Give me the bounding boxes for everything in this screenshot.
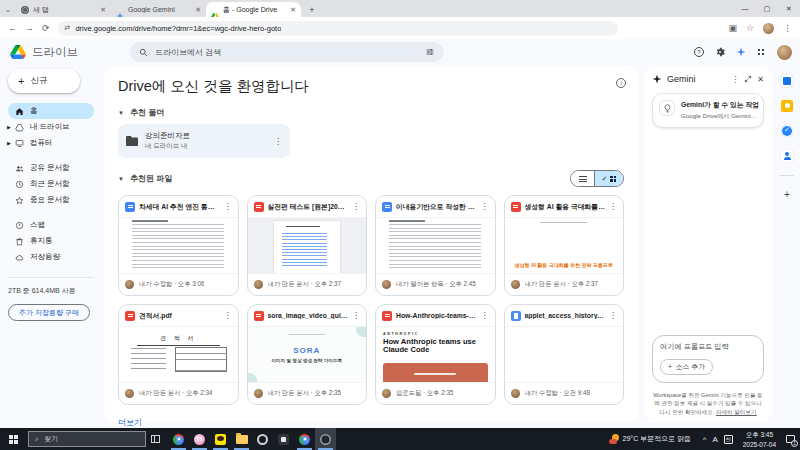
task-view-button[interactable] bbox=[146, 428, 164, 450]
sidebar-item[interactable]: 공유 문서함 bbox=[8, 160, 94, 176]
file-card[interactable]: How-Anthropic-teams-use-Clau...⋮ANTHROPI… bbox=[375, 304, 496, 405]
more-options-icon[interactable]: ⋮ bbox=[352, 202, 360, 211]
refresh-icon[interactable]: ⟳ bbox=[42, 23, 50, 33]
taskbar-clock[interactable]: 오후 3:45 2025-07-04 bbox=[739, 431, 780, 448]
grid-view-button[interactable]: ✓ bbox=[595, 171, 623, 186]
drive-logo[interactable]: 드라이브 bbox=[0, 45, 104, 60]
sidebar-item[interactable]: ▶컴퓨터 bbox=[8, 135, 94, 151]
more-options-icon[interactable]: ⋮ bbox=[609, 311, 617, 320]
minimize-icon[interactable]: — bbox=[734, 0, 756, 17]
url-bar[interactable]: ⇄ drive.google.com/drive/home?dmr=1&ec=w… bbox=[58, 21, 618, 36]
browser-tab[interactable]: 새 탭✕ bbox=[16, 2, 111, 17]
taskbar-app-circle[interactable] bbox=[315, 428, 336, 450]
taskbar-app-folder[interactable] bbox=[231, 428, 252, 450]
sidebar-item[interactable]: ▶내 드라이브 bbox=[8, 119, 94, 135]
new-tab-button[interactable]: + bbox=[305, 3, 319, 17]
taskbar-search-box[interactable]: ⌕ 찾기 bbox=[28, 431, 146, 447]
more-options-icon[interactable]: ⋮ bbox=[609, 202, 617, 211]
tab-close-icon[interactable]: ✕ bbox=[195, 6, 201, 14]
suggested-folders-header[interactable]: ▼ 추천 폴더 bbox=[118, 107, 624, 118]
sidebar-item-label: 컴퓨터 bbox=[30, 138, 53, 148]
file-card[interactable]: 차세대 AI 추천 엔진 통합 프로젝트 주...⋮내가 수정함 · 오후 3:… bbox=[118, 195, 239, 296]
forward-icon[interactable]: → bbox=[25, 23, 34, 33]
add-addon-icon[interactable]: + bbox=[784, 189, 790, 200]
taskbar-app-dark[interactable] bbox=[273, 428, 294, 450]
buy-storage-button[interactable]: 추가 저장용량 구매 bbox=[8, 304, 90, 321]
start-button[interactable] bbox=[0, 428, 26, 450]
more-options-icon[interactable]: ⋮ bbox=[274, 137, 282, 146]
add-source-button[interactable]: + 소스 추가 bbox=[660, 359, 713, 375]
suggested-files-toggle[interactable]: ▼ 추천된 파일 bbox=[118, 173, 172, 184]
file-card[interactable]: 실전편 테스트 [원본]2025_04_24 ...⋮내가 만든 문서 · 오후… bbox=[247, 195, 368, 296]
file-card[interactable]: applet_access_history.json⋮내가 수정함 · 오전 9… bbox=[504, 304, 625, 405]
calendar-icon[interactable] bbox=[781, 75, 793, 87]
new-button[interactable]: + 신규 bbox=[8, 69, 80, 93]
site-info-icon[interactable]: ⇄ bbox=[65, 24, 71, 32]
expand-caret-icon[interactable]: ▶ bbox=[7, 140, 11, 146]
close-icon[interactable]: ✕ bbox=[778, 0, 800, 17]
list-view-button[interactable] bbox=[571, 171, 595, 186]
keep-icon[interactable] bbox=[781, 100, 793, 112]
plus-icon: + bbox=[668, 363, 672, 370]
drive-search-bar[interactable]: 드라이브에서 검색 bbox=[130, 42, 444, 62]
sidebar-item[interactable]: 홈 bbox=[8, 103, 94, 119]
sidebar-item[interactable]: 최근 문서함 bbox=[8, 176, 94, 192]
expand-icon[interactable] bbox=[744, 75, 752, 83]
file-title: 실전편 테스트 [원본]2025_04_24 ... bbox=[268, 202, 349, 212]
contacts-icon[interactable] bbox=[781, 150, 793, 162]
browser-profile-avatar[interactable] bbox=[763, 23, 774, 34]
tab-search-chevron-icon[interactable]: ⌄ bbox=[0, 3, 16, 17]
more-options-icon[interactable]: ⋮ bbox=[352, 311, 360, 320]
bookmark-star-icon[interactable]: ☆ bbox=[746, 23, 754, 33]
file-card-header: 견적서.pdf⋮ bbox=[119, 305, 238, 326]
gemini-sparkle-icon[interactable] bbox=[736, 47, 746, 57]
taskbar-app-chrome[interactable] bbox=[168, 428, 189, 450]
folder-card[interactable]: 강의준비자료 내 드라이브 내 ⋮ bbox=[118, 124, 290, 158]
file-card[interactable]: sora_image_video_guidebook.pdf⋮SORA이미지 및… bbox=[247, 304, 368, 405]
taskbar-app-gear[interactable] bbox=[252, 428, 273, 450]
settings-gear-icon[interactable] bbox=[715, 47, 725, 57]
more-options-icon[interactable]: ⋮ bbox=[481, 202, 489, 211]
tab-close-icon[interactable]: ✕ bbox=[100, 6, 106, 14]
gemini-suggestion-card[interactable]: Gemini가 할 수 있는 작업 Google Drive에서 Gemini가… bbox=[652, 93, 764, 128]
show-more-link[interactable]: 더보기 bbox=[118, 417, 624, 428]
taskbar-app-chrome2[interactable] bbox=[294, 428, 315, 450]
taskbar-app-kakao[interactable] bbox=[210, 428, 231, 450]
gemini-menu-icon[interactable]: ⋮ bbox=[731, 75, 739, 84]
close-icon[interactable]: ✕ bbox=[757, 75, 764, 84]
hidden-icons-chevron-icon[interactable]: ^ bbox=[703, 436, 706, 443]
browser-tab[interactable]: 홈 - Google Drive✕ bbox=[206, 2, 301, 17]
weather-widget[interactable]: 29°C 부분적으로 맑음 bbox=[603, 434, 698, 444]
gemini-prompt-input[interactable]: 여기에 프롬프트 입력 + 소스 추가 bbox=[652, 335, 764, 383]
browser-tab[interactable]: Google Gemini✕ bbox=[111, 2, 206, 17]
sidebar-item[interactable]: 스팸 bbox=[8, 217, 94, 233]
more-options-icon[interactable]: ⋮ bbox=[224, 202, 232, 211]
info-icon[interactable]: i bbox=[616, 78, 626, 88]
account-avatar[interactable] bbox=[777, 45, 792, 60]
browser-menu-icon[interactable]: ⋮ bbox=[783, 23, 792, 33]
ime-mode-indicator[interactable]: A bbox=[712, 435, 717, 444]
more-options-icon[interactable]: ⋮ bbox=[481, 311, 489, 320]
sidebar-item[interactable]: 중요 문서함 bbox=[8, 192, 94, 208]
search-options-icon[interactable] bbox=[425, 47, 435, 57]
notification-center-button[interactable]: 1 bbox=[780, 428, 800, 450]
learn-more-link[interactable]: 자세히 알아보기 bbox=[716, 409, 757, 415]
google-apps-grid-icon[interactable] bbox=[757, 48, 766, 57]
help-icon[interactable]: ? bbox=[694, 47, 704, 57]
ime-options-icon[interactable]: 한 bbox=[724, 435, 733, 444]
file-card[interactable]: 이내용기반으로 작성한 보고서 만들...⋮내가 열어본 항목 · 오후 2:4… bbox=[375, 195, 496, 296]
back-icon[interactable]: ← bbox=[8, 23, 17, 33]
cast-icon[interactable]: ▣ bbox=[728, 23, 737, 33]
sidebar-item[interactable]: 휴지통 bbox=[8, 233, 94, 249]
tab-close-icon[interactable]: ✕ bbox=[290, 6, 296, 14]
maximize-icon[interactable]: ▢ bbox=[756, 0, 778, 17]
expand-caret-icon[interactable]: ▶ bbox=[7, 124, 11, 130]
more-options-icon[interactable]: ⋮ bbox=[224, 311, 232, 320]
tasks-icon[interactable] bbox=[781, 125, 793, 137]
taskbar-app-brain[interactable] bbox=[189, 428, 210, 450]
notification-badge: 1 bbox=[791, 440, 798, 447]
file-card[interactable]: 견적서.pdf⋮견 적 서내가 만든 문서 · 오후 2:34 bbox=[118, 304, 239, 405]
sidebar-item[interactable]: 저장용량 bbox=[8, 249, 94, 265]
file-card[interactable]: 생성형 AI 활용 극대화를 위한 전략 프...⋮생성형 AI 활용 극대화를… bbox=[504, 195, 625, 296]
folder-card-text: 강의준비자료 내 드라이브 내 bbox=[145, 131, 267, 151]
